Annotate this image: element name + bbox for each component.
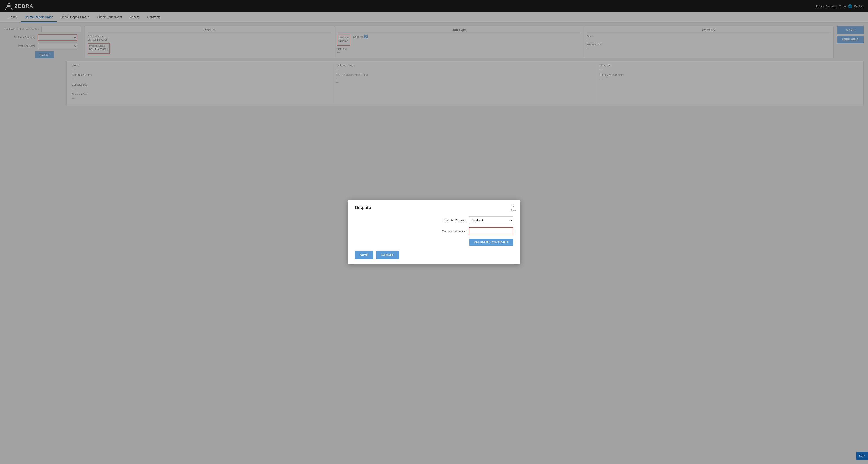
dispute-modal: ✕ Close Dispute Dispute Reason Contract … — [348, 200, 520, 264]
modal-close-button[interactable]: ✕ Close — [509, 204, 516, 211]
dispute-reason-label: Dispute Reason — [437, 218, 465, 222]
close-label: Close — [509, 209, 516, 211]
modal-save-button[interactable]: SAVE — [355, 251, 373, 259]
validate-contract-button[interactable]: VALIDATE CONTRACT — [469, 239, 513, 246]
contract-number-input[interactable] — [469, 227, 513, 235]
dispute-reason-row: Dispute Reason Contract Warranty Other — [437, 216, 513, 224]
modal-cancel-button[interactable]: CANCEL — [376, 251, 399, 259]
modal-form-area: Dispute Reason Contract Warranty Other C… — [355, 216, 513, 246]
modal-overlay: ✕ Close Dispute Dispute Reason Contract … — [0, 0, 868, 464]
modal-title: Dispute — [355, 205, 513, 210]
contract-number-row: Contract Number — [437, 227, 513, 235]
close-icon: ✕ — [511, 204, 515, 209]
dispute-reason-select[interactable]: Contract Warranty Other — [469, 216, 513, 224]
validate-row: VALIDATE CONTRACT — [469, 239, 513, 246]
modal-footer: SAVE CANCEL — [355, 251, 513, 259]
contract-number-label: Contract Number — [437, 229, 465, 233]
